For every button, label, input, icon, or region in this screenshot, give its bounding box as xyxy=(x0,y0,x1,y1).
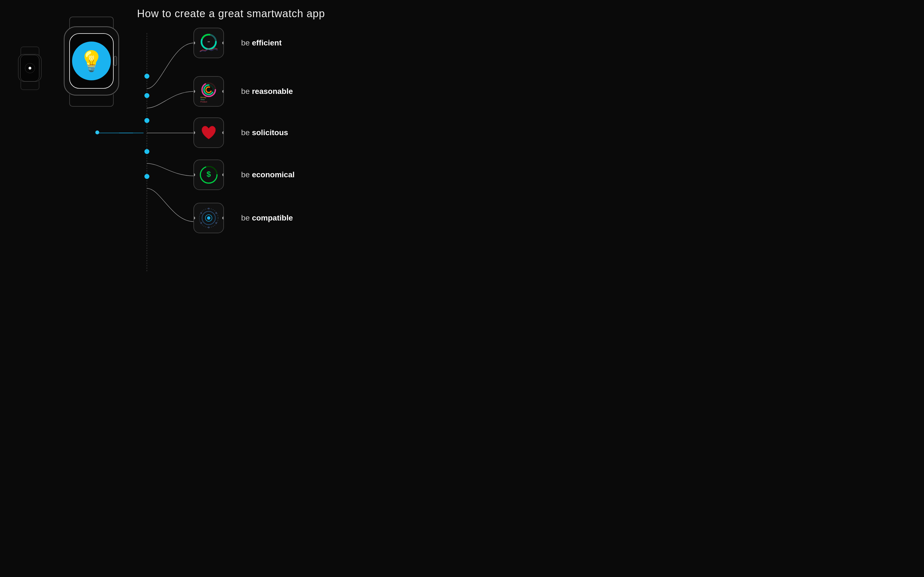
small-watch-dial-inner xyxy=(29,67,31,69)
small-watch-strap-bottom xyxy=(21,81,39,90)
branch-dot-3 xyxy=(144,118,149,123)
svg-text:Product: Product xyxy=(200,101,207,103)
bulb-circle: 💡 xyxy=(72,42,111,81)
connector-left-efficient xyxy=(194,42,195,44)
svg-text:$: $ xyxy=(207,170,211,178)
svg-point-24 xyxy=(215,212,217,214)
svg-text:Money: Money xyxy=(200,97,207,98)
icon-efficient: − xyxy=(194,28,224,58)
connector-left-solicitous xyxy=(194,131,195,134)
large-watch-screen: 💡 xyxy=(69,33,114,89)
compatible-icon xyxy=(198,207,220,229)
connector-right-reasonable xyxy=(222,90,224,93)
icon-compatible xyxy=(194,203,224,233)
large-watch-strap-bottom xyxy=(69,94,114,106)
small-watch-dial-outer xyxy=(25,63,35,73)
svg-point-25 xyxy=(215,222,217,224)
connector-right-compatible xyxy=(222,217,224,219)
svg-text:−: − xyxy=(207,39,210,44)
large-watch-body: 💡 xyxy=(64,26,119,95)
heart-icon xyxy=(199,123,218,142)
svg-point-27 xyxy=(200,222,202,224)
svg-text:Time: Time xyxy=(200,98,205,100)
svg-point-22 xyxy=(207,216,210,220)
icon-economical: $ xyxy=(194,160,224,190)
small-watch-screen xyxy=(20,55,39,81)
icon-solicitous xyxy=(194,118,224,148)
page-title: How to create a great smartwatch app xyxy=(0,0,462,20)
reasonable-chart: Money Time Product xyxy=(198,81,220,103)
bulb-icon: 💡 xyxy=(79,51,104,71)
watch-crown xyxy=(114,56,117,66)
label-solicitous: be solicitous xyxy=(241,118,288,148)
branch-dot-5 xyxy=(144,174,149,179)
label-reasonable: be reasonable xyxy=(241,76,293,106)
svg-point-28 xyxy=(200,212,202,214)
efficient-chart: − xyxy=(198,32,220,54)
watch-connector-dot xyxy=(95,131,99,134)
icon-reasonable: Money Time Product xyxy=(194,76,224,106)
connector-right-solicitous xyxy=(222,131,224,134)
svg-point-23 xyxy=(208,208,210,210)
label-efficient: be efficient xyxy=(241,28,281,58)
connector-right-efficient xyxy=(222,42,224,44)
branch-dot-1 xyxy=(144,74,149,79)
label-economical: be economical xyxy=(241,160,295,190)
dollar-icon: $ xyxy=(198,164,220,186)
branch-dot-2 xyxy=(144,93,149,98)
connector-left-compatible xyxy=(194,217,195,219)
svg-point-26 xyxy=(208,227,210,228)
connector-left-economical xyxy=(194,173,195,176)
label-compatible: be compatible xyxy=(241,203,293,233)
connector-right-economical xyxy=(222,173,224,176)
branch-dot-4 xyxy=(144,149,149,154)
connector-left-reasonable xyxy=(194,90,195,93)
